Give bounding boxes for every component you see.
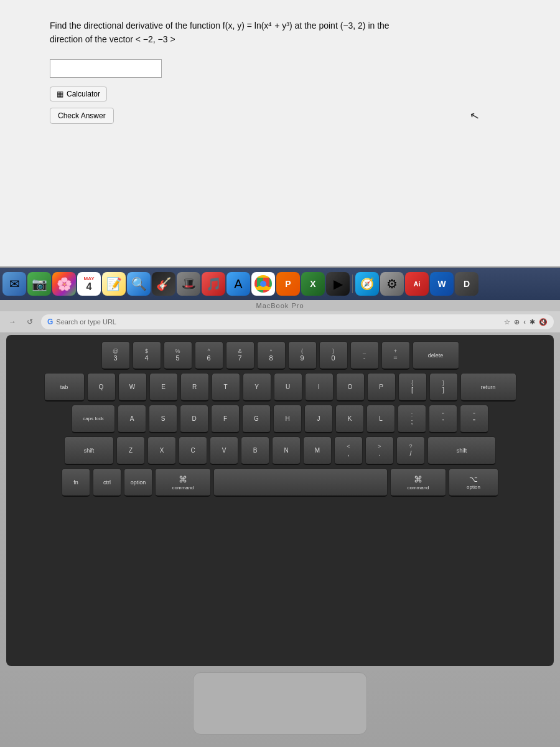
key-option-right[interactable]: ⌥ option (449, 468, 498, 497)
dock-d-icon[interactable]: D (455, 272, 478, 296)
back-button[interactable]: → (6, 316, 19, 328)
key-tab[interactable]: tab (44, 373, 85, 402)
key-y[interactable]: Y (243, 373, 271, 402)
dock-powerpoint-icon[interactable]: P (276, 272, 300, 296)
check-answer-button[interactable]: Check Answer (50, 108, 114, 124)
dock-notes-icon[interactable]: 📝 (102, 272, 126, 296)
mute-icon[interactable]: 🔇 (539, 318, 548, 326)
key-star-8[interactable]: *8 (257, 341, 286, 370)
key-shift-right[interactable]: shift (427, 436, 496, 465)
key-t[interactable]: T (212, 373, 240, 402)
back-arrow-icon[interactable]: ‹ (523, 318, 526, 326)
key-equals[interactable]: += (381, 341, 410, 370)
garageband-icon: 🎸 (156, 276, 172, 291)
dock-acrobat-icon[interactable]: Ai (405, 272, 429, 296)
key-lparen-9[interactable]: (9 (288, 341, 317, 370)
key-p[interactable]: P (367, 373, 396, 402)
dock-chrome-icon[interactable] (251, 272, 275, 296)
key-period[interactable]: >. (365, 436, 394, 465)
key-i[interactable]: I (305, 373, 334, 402)
dock-safari-icon[interactable]: 🧭 (355, 272, 379, 296)
key-at-3[interactable]: @3 (101, 341, 130, 370)
key-e[interactable]: E (149, 373, 178, 402)
macbook-body: ✉ 📷 🌸 MAY 4 📝 🔍 🎸 🎩 (0, 268, 560, 747)
key-c[interactable]: C (179, 436, 207, 465)
dock-quicktime-icon[interactable]: ▶ (326, 272, 350, 296)
key-x[interactable]: X (147, 436, 176, 465)
calendar-day: 4 (86, 281, 92, 293)
macbook-pro-label: MacBook Pro (0, 300, 560, 311)
key-delete[interactable]: delete (413, 341, 459, 370)
key-q[interactable]: Q (87, 373, 116, 402)
key-command-right[interactable]: ⌘ command (390, 468, 446, 497)
key-comma[interactable]: <, (334, 436, 363, 465)
qwerty-row: tab Q W E R T Y U I O P {[ }] return (11, 373, 549, 402)
key-slash[interactable]: ?/ (396, 436, 425, 465)
key-z[interactable]: Z (116, 436, 145, 465)
dock-finder-icon[interactable]: 🔍 (127, 272, 151, 296)
settings-icon[interactable]: ✱ (530, 318, 535, 326)
dock-garageband-icon[interactable]: 🎸 (152, 272, 175, 296)
key-backslash[interactable]: "" (460, 405, 488, 433)
key-u[interactable]: U (274, 373, 302, 402)
dock-photos-icon[interactable]: 🌸 (52, 272, 76, 296)
keyboard-container: @3 $4 %5 ^6 &7 *8 (9 )0 _- += delete tab… (6, 335, 554, 666)
answer-input[interactable] (50, 59, 162, 78)
check-answer-label: Check Answer (58, 111, 106, 120)
key-r[interactable]: R (180, 373, 209, 402)
key-space[interactable] (213, 468, 388, 497)
music-icon: 🎵 (206, 276, 222, 291)
key-v[interactable]: V (210, 436, 238, 465)
dock-appstore-icon[interactable]: A (226, 272, 250, 296)
key-minus[interactable]: _- (350, 341, 379, 370)
key-o[interactable]: O (336, 373, 365, 402)
key-semicolon[interactable]: :; (398, 405, 426, 433)
keyboard: @3 $4 %5 ^6 &7 *8 (9 )0 _- += delete tab… (6, 335, 554, 666)
dock-maestral-icon[interactable]: 🎩 (177, 272, 200, 296)
key-d[interactable]: D (180, 405, 208, 433)
key-f[interactable]: F (211, 405, 240, 433)
add-tab-icon[interactable]: ⊕ (514, 318, 520, 326)
address-bar[interactable]: G Search or type URL ☆ ⊕ ‹ ✱ 🔇 (41, 314, 554, 329)
calculator-button[interactable]: ▦ Calculator (50, 87, 107, 101)
touchpad[interactable] (193, 672, 367, 735)
key-amp-7[interactable]: &7 (226, 341, 254, 370)
dock-facetime-icon[interactable]: 📷 (27, 272, 51, 296)
dock-settings-icon[interactable]: ⚙ (380, 272, 404, 296)
key-l[interactable]: L (366, 405, 395, 433)
key-b[interactable]: B (241, 436, 269, 465)
key-return[interactable]: return (460, 373, 516, 402)
dock-excel-icon[interactable]: X (301, 272, 325, 296)
key-control[interactable]: ctrl (93, 468, 121, 497)
key-quote[interactable]: "' (429, 405, 457, 433)
dock-bar: ✉ 📷 🌸 MAY 4 📝 🔍 🎸 🎩 (0, 268, 560, 300)
key-m[interactable]: M (303, 436, 332, 465)
key-command-left[interactable]: ⌘ command (155, 468, 211, 497)
reload-button[interactable]: ↺ (24, 316, 36, 328)
key-h[interactable]: H (273, 405, 302, 433)
browser-bar: → ↺ G Search or type URL ☆ ⊕ ‹ ✱ 🔇 (0, 311, 560, 332)
key-j[interactable]: J (304, 405, 333, 433)
key-rparen-0[interactable]: )0 (319, 341, 348, 370)
key-a[interactable]: A (118, 405, 146, 433)
dock-mail-icon[interactable]: ✉ (2, 272, 26, 296)
key-percent-5[interactable]: %5 (164, 341, 192, 370)
key-s[interactable]: S (149, 405, 177, 433)
key-capslock[interactable]: caps lock (72, 405, 115, 433)
key-shift-left[interactable]: shift (64, 436, 114, 465)
key-fn[interactable]: fn (62, 468, 90, 497)
dock-calendar-icon[interactable]: MAY 4 (77, 272, 101, 296)
star-icon[interactable]: ☆ (504, 318, 510, 326)
key-caret-6[interactable]: ^6 (195, 341, 223, 370)
key-g[interactable]: G (242, 405, 271, 433)
key-dollar-4[interactable]: $4 (133, 341, 161, 370)
key-option-left[interactable]: option (124, 468, 152, 497)
key-n[interactable]: N (272, 436, 301, 465)
dock-music-icon[interactable]: 🎵 (202, 272, 225, 296)
key-w[interactable]: W (118, 373, 147, 402)
key-lbracket[interactable]: {[ (398, 373, 427, 402)
zxcv-row: shift Z X C V B N M <, >. ?/ shift (11, 436, 549, 465)
key-k[interactable]: K (335, 405, 364, 433)
dock-word-icon[interactable]: W (430, 272, 454, 296)
key-rbracket[interactable]: }] (429, 373, 458, 402)
